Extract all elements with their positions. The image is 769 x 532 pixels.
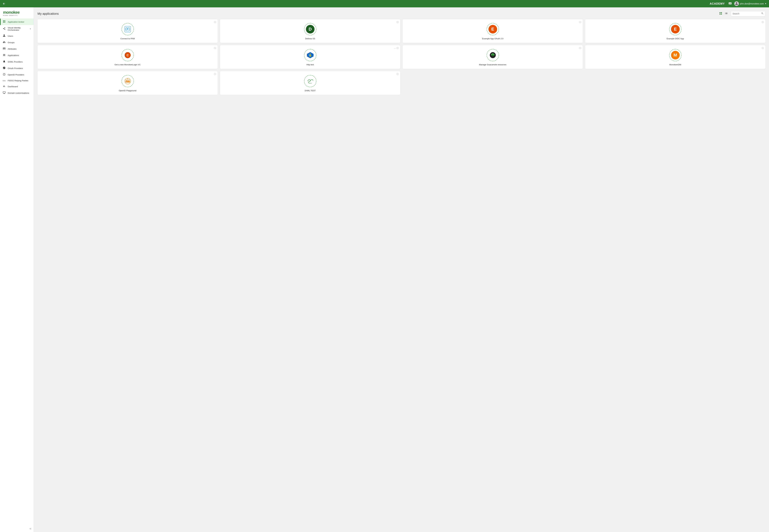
logo-area: monokee PURE IDENTITY. — [0, 7, 34, 19]
svg-point-6 — [310, 54, 311, 55]
app-logo-connect-to-pam — [121, 23, 134, 35]
app-name: Get a new MonokeeLogin VC — [114, 63, 141, 66]
sidebar-item-application-broker[interactable]: Application broker — [0, 19, 34, 25]
app-logo-guacamole — [487, 49, 499, 61]
info-icon[interactable]: ⓘ — [579, 47, 581, 50]
info-icon[interactable]: ⓘ — [214, 21, 216, 24]
svg-point-7 — [308, 55, 309, 55]
info-icon[interactable]: ⓘ — [762, 47, 764, 50]
info-icon[interactable]: ⓘ — [214, 47, 216, 50]
sidebar-item-label: OpenID Providers — [8, 74, 31, 76]
app-card-http-test[interactable]: ⓘ ··· Http test — [220, 45, 400, 69]
sidebar-item-label: SAML Providers — [8, 61, 31, 63]
more-options-icon[interactable]: ··· — [394, 47, 396, 49]
user-chevron-icon: ▼ — [765, 3, 767, 5]
logo-text: monokee — [3, 10, 31, 14]
openid-icon — [2, 73, 6, 76]
grid-view-button[interactable] — [719, 11, 723, 16]
app-card-example-oauth[interactable]: ⓘ E Example App OAuth 2.0 — [403, 19, 583, 43]
sidebar-item-label: Users — [8, 35, 31, 37]
sidebar: monokee PURE IDENTITY. Application broke… — [0, 7, 34, 532]
sidebar-item-visual-identity[interactable]: Visual Identity Orchestrator ▼ — [0, 25, 34, 33]
app-name: Http test — [306, 63, 314, 66]
app-card-guacamole[interactable]: ⓘ Manage Guacamole resources — [403, 45, 583, 69]
card-icon — [2, 47, 6, 51]
share-icon — [2, 27, 6, 31]
app-card-openid-playground[interactable]: ⓘ OpenID CERTIFIED OpenID Playground — [37, 71, 218, 95]
sidebar-item-saml-providers[interactable]: SAML Providers — [0, 59, 34, 65]
sidebar-item-groups[interactable]: Groups — [0, 39, 34, 46]
sidebar-item-label: OAuth Providers — [8, 67, 31, 69]
info-icon[interactable]: ⓘ — [579, 21, 581, 24]
search-icon — [761, 12, 764, 15]
app-letter-icon: E — [671, 25, 680, 33]
user-menu[interactable]: john.doe@monokee.com ▼ — [734, 1, 767, 6]
keyboard-icon[interactable] — [728, 2, 732, 6]
sidebar-item-oauth-providers[interactable]: OAuth Providers — [0, 65, 34, 71]
apps-icon — [2, 54, 6, 57]
sidebar-item-attributes[interactable]: Attributes — [0, 46, 34, 52]
sidebar-item-label: Applications — [8, 54, 31, 57]
chevron-down-icon: ▼ — [30, 28, 31, 30]
app-card-delinea-ss[interactable]: ⓘ D Delinea SS — [220, 19, 400, 43]
svg-text:OpenID: OpenID — [125, 79, 130, 81]
app-card-monokee-idm[interactable]: ⓘ M MonokeeIDM — [585, 45, 765, 69]
svg-text:CERTIFIED: CERTIFIED — [125, 81, 130, 82]
svg-point-2 — [127, 29, 128, 30]
app-name: OpenID Playground — [119, 89, 136, 92]
chart-icon — [2, 85, 6, 88]
fido-icon: fido — [2, 80, 6, 82]
sidebar-item-users[interactable]: Users — [0, 33, 34, 39]
sidebar-item-domain[interactable]: Domain customisations — [0, 90, 34, 96]
app-name: Delinea SS — [305, 37, 315, 40]
oauth-icon — [2, 67, 6, 70]
app-logo-http-test — [304, 49, 316, 61]
app-card-example-oidc[interactable]: ⓘ E Example OIDC App — [585, 19, 765, 43]
app-card-monokeelogin-vc[interactable]: ⓘ C Get a new MonokeeLogin VC — [37, 45, 218, 69]
app-letter-icon: M — [671, 51, 680, 59]
app-grid: ⓘ Connect to PAM ⓘ — [37, 19, 765, 95]
search-input[interactable] — [733, 12, 760, 15]
app-name: Example App OAuth 2.0 — [482, 37, 503, 40]
info-icon[interactable]: ⓘ — [762, 21, 764, 24]
sidebar-item-label: FIDO2 Relying Parties — [8, 79, 31, 82]
sidebar-item-applications[interactable]: Applications — [0, 52, 34, 59]
sidebar-item-label: Attributes — [8, 48, 31, 50]
info-icon[interactable]: ⓘ — [396, 73, 399, 76]
grid-icon — [2, 20, 6, 24]
page-title: My applications — [37, 12, 719, 16]
app-name: Connect to PAM — [120, 37, 135, 40]
sidebar-item-openid-providers[interactable]: OpenID Providers — [0, 71, 34, 78]
content-header: My applications — [37, 11, 765, 16]
app-card-saml-test[interactable]: ⓘ test.io SAML TEST — [220, 71, 400, 95]
app-letter-icon: E — [488, 25, 497, 33]
app-logo-delinea-ss: D — [304, 23, 316, 35]
info-icon[interactable]: ⓘ — [396, 21, 399, 24]
user-icon — [2, 34, 6, 38]
app-name: MonokeeIDM — [669, 63, 681, 66]
app-logo-monokeelogin-vc: C — [121, 49, 134, 61]
app-name: SAML TEST — [305, 89, 316, 92]
app-logo-monokee-idm: M — [669, 49, 682, 61]
sidebar-item-label: Domain customisations — [8, 92, 31, 94]
sidebar-item-fido2[interactable]: fido FIDO2 Relying Parties — [0, 78, 34, 83]
view-toggle — [719, 11, 728, 16]
list-view-button[interactable] — [724, 11, 728, 16]
sidebar-item-label: Groups — [8, 41, 31, 44]
app-card-connect-to-pam[interactable]: ⓘ Connect to PAM — [37, 19, 218, 43]
collapse-sidebar-button[interactable]: ⊲ — [29, 527, 31, 530]
app-logo-saml-test: test.io — [304, 75, 316, 87]
main-content: My applications ⓘ — [34, 7, 769, 532]
info-icon[interactable]: ⓘ — [214, 73, 216, 76]
group-icon — [2, 41, 6, 44]
app-letter-icon: D — [306, 25, 315, 33]
search-box — [731, 11, 765, 16]
sidebar-footer: ⊲ — [0, 525, 34, 532]
monitor-icon — [2, 91, 6, 95]
sidebar-item-label: Application broker — [8, 21, 31, 23]
sidebar-item-dashboard[interactable]: Dashboard — [0, 83, 34, 90]
back-button[interactable] — [2, 2, 6, 5]
svg-text:C: C — [126, 54, 128, 57]
app-name: Manage Guacamole resources — [479, 63, 506, 66]
info-icon[interactable]: ⓘ — [396, 47, 399, 50]
